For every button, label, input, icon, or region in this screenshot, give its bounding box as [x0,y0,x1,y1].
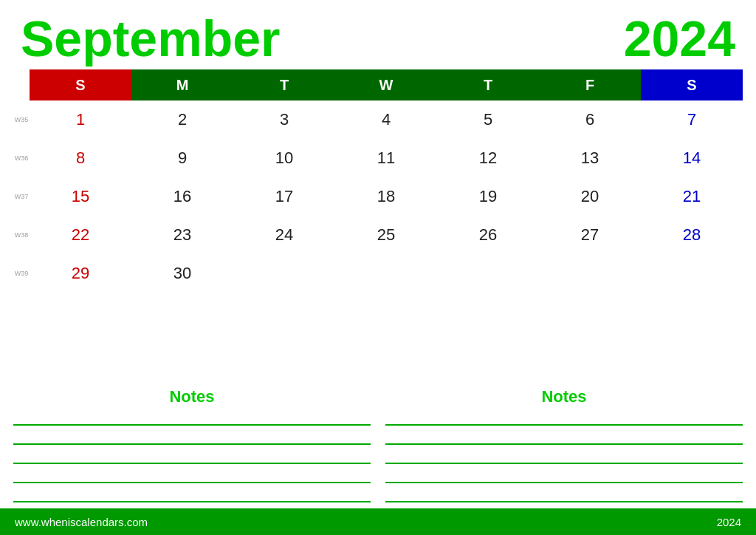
notes-line [13,471,371,483]
header-wednesday: W [335,69,437,100]
day-cell: 24 [233,216,335,254]
day-cell [233,254,335,293]
day-cell: 22 [30,216,131,254]
table-row: W351234567 [13,100,743,139]
calendar-table: S M T W T F S W351234567W36891011121314W… [13,69,743,293]
day-cell: 28 [641,216,743,254]
header-tuesday: T [233,69,335,100]
day-cell: 6 [539,100,641,139]
week-number: W38 [13,216,30,254]
day-cell: 7 [641,100,743,139]
notes-line [13,491,371,502]
notes-line [385,414,743,426]
day-cell: 20 [539,177,641,216]
day-cell [335,254,437,293]
day-cell: 4 [335,100,437,139]
footer-url: www.wheniscalendars.com [15,516,148,528]
day-cell: 14 [641,139,743,177]
notes-line [385,452,743,464]
day-cell: 8 [30,139,131,177]
header: September 2024 [0,0,756,69]
day-cell: 13 [539,139,641,177]
table-row: W3715161718192021 [13,177,743,216]
day-cell: 17 [233,177,335,216]
notes-lines-right [385,414,743,502]
notes-line [385,471,743,483]
day-cell [539,254,641,293]
day-cell: 27 [539,216,641,254]
year-title: 2024 [624,13,735,64]
notes-lines-left [13,414,371,502]
header-thursday: T [437,69,539,100]
day-cell: 10 [233,139,335,177]
day-cell [437,254,539,293]
day-cell: 19 [437,177,539,216]
day-cell [641,254,743,293]
day-cell: 21 [641,177,743,216]
day-cell: 26 [437,216,539,254]
day-cell: 15 [30,177,131,216]
header-row: S M T W T F S [13,69,743,100]
table-row: W392930 [13,254,743,293]
notes-label-left: Notes [13,387,371,406]
table-row: W3822232425262728 [13,216,743,254]
table-row: W36891011121314 [13,139,743,177]
notes-line [13,414,371,426]
day-cell: 2 [131,100,233,139]
week-number: W39 [13,254,30,293]
footer-year: 2024 [717,516,741,528]
day-cell: 9 [131,139,233,177]
day-cell: 11 [335,139,437,177]
notes-label-right: Notes [385,387,743,406]
day-cell: 3 [233,100,335,139]
notes-line [13,433,371,445]
calendar-section: S M T W T F S W351234567W36891011121314W… [0,69,756,381]
day-cell: 30 [131,254,233,293]
day-cell: 1 [30,100,131,139]
day-cell: 25 [335,216,437,254]
week-number: W37 [13,177,30,216]
header-saturday: S [641,69,743,100]
notes-column-left: Notes [13,387,371,502]
header-monday: M [131,69,233,100]
header-sunday: S [30,69,131,100]
notes-line [13,452,371,464]
calendar-page: September 2024 S M T W T F S W351234567W… [0,0,756,535]
day-cell: 16 [131,177,233,216]
day-cell: 23 [131,216,233,254]
week-number: W35 [13,100,30,139]
day-cell: 5 [437,100,539,139]
week-col-header [13,69,30,100]
day-cell: 18 [335,177,437,216]
day-cell: 29 [30,254,131,293]
notes-column-right: Notes [385,387,743,502]
month-title: September [21,13,280,64]
notes-line [385,491,743,502]
calendar-body: W351234567W36891011121314W37151617181920… [13,100,743,293]
day-cell: 12 [437,139,539,177]
week-number: W36 [13,139,30,177]
notes-line [385,433,743,445]
header-friday: F [539,69,641,100]
footer: www.wheniscalendars.com 2024 [0,508,756,535]
notes-section: Notes Notes [0,387,756,502]
